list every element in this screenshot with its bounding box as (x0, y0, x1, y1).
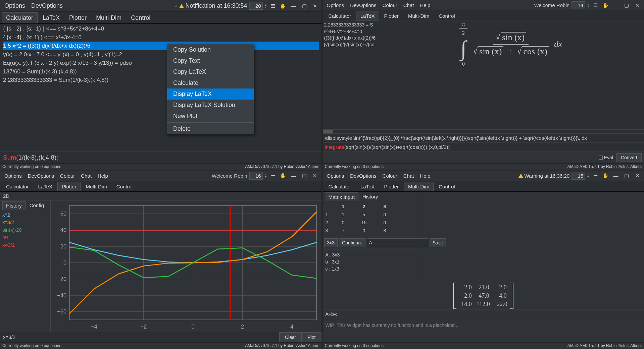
tab-calculator[interactable]: Calculator (324, 11, 356, 21)
tab-plotter[interactable]: Plotter (380, 11, 403, 21)
definition-line[interactable]: b : 3x1 (326, 258, 417, 266)
matrix-cell[interactable]: 7 (333, 227, 354, 235)
menu-help[interactable]: Help (96, 172, 110, 180)
matrix-cell[interactable]: 15 (354, 219, 375, 227)
hand-icon[interactable]: ✋ (279, 3, 287, 9)
plot-button[interactable]: Plot (302, 332, 321, 342)
menu-chat[interactable]: Chat (79, 172, 94, 180)
menu-devoptions[interactable]: DevOptions (29, 1, 65, 11)
history-line[interactable]: 2.28333333333333 = S (324, 22, 377, 28)
close-button[interactable]: ✕ (633, 172, 642, 179)
menu-options[interactable]: Options (2, 1, 27, 11)
minimize-button[interactable]: — (289, 3, 298, 9)
menu-options[interactable]: Options (2, 172, 24, 180)
tab-control[interactable]: Control (112, 182, 137, 191)
history-line[interactable]: 2.28333333333333 = Sum(1/(k-3),(k,4,8)) (3, 76, 319, 84)
context-new-plot[interactable]: New Plot (167, 111, 254, 122)
history-line[interactable]: 137/60 = Sum(1/(k-3),(k,4,8)) (3, 67, 319, 76)
spinbox-arrows[interactable]: ▲▼ (587, 173, 589, 178)
definition-line[interactable]: c : 1x3 (326, 266, 417, 273)
matrix-cell[interactable]: 0 (354, 227, 375, 235)
fontsize-spinbox[interactable]: 15 (572, 172, 585, 180)
history-line[interactable]: ((3)(∫ d(x²)/dx+x dx)(2))/6 (324, 35, 377, 42)
tab-plotter[interactable]: Plotter (65, 12, 91, 23)
matrix-cell[interactable]: 5 (354, 211, 375, 219)
menu-icon[interactable]: ☰ (591, 172, 599, 179)
minimize-button[interactable]: — (611, 172, 620, 179)
context-display-latex-solution[interactable]: Display LaTeX Solution (167, 100, 254, 111)
subtab-history[interactable]: History (359, 192, 382, 201)
plot-expression-input[interactable]: x=3/2 (0, 332, 279, 342)
subtab-history[interactable]: History (2, 201, 26, 210)
menu-chat[interactable]: Chat (401, 1, 416, 9)
menu-help[interactable]: Help (418, 1, 432, 9)
latex-input[interactable]: integrate(sqrt(sin(x))/(sqrt(sin(x))+sqr… (323, 142, 644, 152)
tab-latex[interactable]: LaTeX (356, 182, 379, 191)
maximize-button[interactable]: ▢ (622, 172, 631, 179)
context-copy-latex[interactable]: Copy LaTeX (167, 66, 254, 77)
spinbox-arrows[interactable]: ▲▼ (265, 4, 267, 8)
save-button[interactable]: Save (430, 238, 446, 247)
history-line[interactable]: Eq(u(x, y), F(3·x - 2·y)·exp(-2·x/13 - 3… (3, 59, 319, 67)
fontsize-spinbox[interactable]: 20 (249, 2, 263, 10)
spinbox-arrows[interactable]: ▲▼ (587, 3, 589, 8)
matrix-expression-input[interactable]: A+b·c (323, 309, 644, 319)
tab-latex[interactable]: LaTeX (34, 182, 57, 191)
hand-icon[interactable]: ✋ (601, 2, 609, 9)
tab-calculator[interactable]: Calculator (324, 182, 356, 191)
notification-chevron[interactable]: » (175, 3, 177, 9)
menu-colour[interactable]: Colour (381, 172, 399, 180)
definition-line[interactable]: A : 3x3 (326, 251, 417, 258)
tab-multidim[interactable]: Multi-Dim (81, 182, 111, 191)
matrix-cell[interactable]: 8 (375, 227, 395, 235)
menu-colour[interactable]: Colour (58, 172, 77, 180)
history-line[interactable]: y(x) = 2.0·x - 7.0 <== y''(x) = 0 , y(4)… (3, 50, 319, 59)
matrix-input-grid[interactable]: 1 2 3 1 1 5 0 2 0 15 0 3 7 (323, 201, 420, 236)
legend-item[interactable]: 40 (2, 234, 48, 241)
menu-devoptions[interactable]: DevOptions (348, 1, 378, 9)
hand-icon[interactable]: ✋ (279, 172, 287, 179)
maximize-button[interactable]: ▢ (300, 3, 309, 9)
context-copy-text[interactable]: Copy Text (167, 55, 254, 66)
menu-devoptions[interactable]: DevOptions (26, 172, 56, 180)
context-copy-solution[interactable]: Copy Solution (167, 44, 254, 55)
maximize-button[interactable]: ▢ (300, 172, 309, 179)
menu-options[interactable]: Options (325, 172, 346, 180)
matrix-cell[interactable]: 0 (375, 211, 395, 219)
menu-icon[interactable]: ☰ (591, 2, 599, 9)
legend-item[interactable]: x^3/2 (2, 219, 48, 226)
subtab-matrix-input[interactable]: Matrix Input (325, 192, 358, 201)
fontsize-spinbox[interactable]: 16 (249, 172, 263, 180)
tab-plotter[interactable]: Plotter (380, 182, 403, 191)
clear-button[interactable]: Clear (279, 332, 302, 342)
menu-icon[interactable]: ☰ (269, 3, 277, 9)
fontsize-spinbox[interactable]: 14 (572, 1, 585, 9)
plot-legend-list[interactable]: x^2 x^3/2 sin(x)·20 40 x=3/2 (0, 210, 50, 332)
tab-control[interactable]: Control (434, 182, 459, 191)
minimize-button[interactable]: — (289, 172, 298, 179)
dimension-button[interactable]: 3x3 (324, 238, 338, 247)
context-delete[interactable]: Delete (167, 123, 254, 134)
legend-item[interactable]: x=3/2 (2, 241, 48, 249)
history-line[interactable]: { {s: -2} , {s: -1} } <== s^3+5s^2+8s+4=… (3, 24, 319, 33)
matrix-cell[interactable]: 1 (333, 211, 354, 219)
tab-latex[interactable]: LaTeX (38, 12, 64, 23)
tab-control[interactable]: Control (127, 12, 155, 23)
close-button[interactable]: ✕ (311, 3, 319, 9)
latex-source[interactable]: \displaystyle \int^{\frac{\pi}{2}}_{0} \… (323, 133, 644, 142)
eval-checkbox[interactable]: Eval (599, 153, 613, 162)
tab-calculator[interactable]: Calculator (2, 182, 33, 191)
context-calculate[interactable]: Calculate (167, 77, 254, 89)
configure-button[interactable]: Configure (339, 238, 365, 247)
menu-help[interactable]: Help (418, 172, 432, 180)
history-line[interactable]: { {x: -4} , {x: 1} } <== x²+3x-4=0 (3, 33, 319, 42)
menu-chat[interactable]: Chat (401, 172, 416, 180)
scrollbar-horizontal[interactable] (323, 129, 644, 133)
history-line[interactable]: ∫√(sin(x))/(√(sin(x))+√(co (324, 42, 377, 48)
hand-icon[interactable]: ✋ (601, 172, 609, 179)
tab-multidim[interactable]: Multi-Dim (92, 12, 126, 23)
matrix-name-input[interactable] (367, 238, 428, 247)
subtab-config[interactable]: Config (26, 201, 47, 210)
tab-latex[interactable]: LaTeX (356, 11, 379, 21)
matrix-cell[interactable]: 0 (375, 219, 395, 227)
